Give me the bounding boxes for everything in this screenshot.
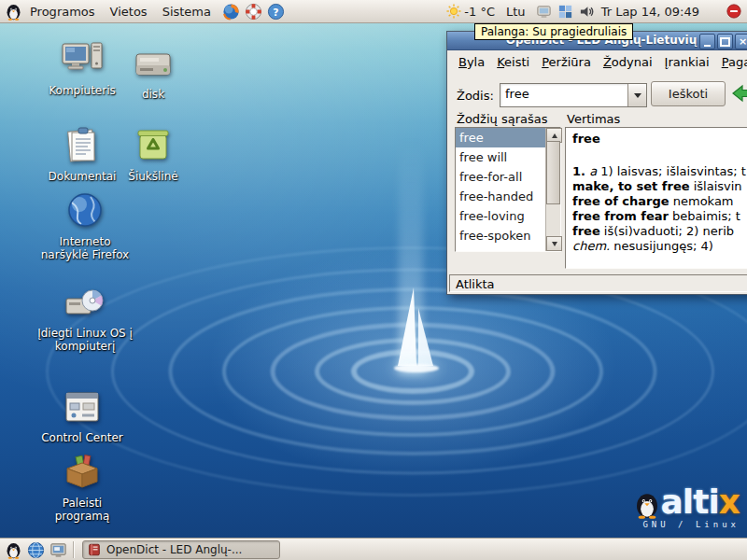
desktop-icon-label: Dokumentai [49,170,117,183]
clock[interactable]: Tr Lap 14, 09:49 [599,5,702,19]
desktop-icon-firefox[interactable]: Interneto naršyklė Firefox [37,189,133,262]
desktop-icon-label: Control Center [41,431,123,444]
chevron-down-icon [634,93,641,98]
brand-tagline: GNU / Linux [633,521,740,529]
back-arrow-icon[interactable] [730,83,747,104]
keyboard-layout-indicator[interactable]: Ltu [503,5,529,19]
translation-line: 1. a 1) laisvas; išlaisvintas; t [572,164,747,179]
brand-name: altix [661,485,740,519]
volume-icon[interactable] [579,4,595,20]
window-selector-icon[interactable] [557,4,573,20]
desktop-icon-label: Paleisti programą [37,497,127,524]
desktop-icon-trash[interactable]: Šiukšlinė [114,123,192,183]
panel-separator [73,541,75,558]
display-applet-icon[interactable] [536,4,552,20]
search-label: Žodis: [457,89,494,103]
panel-menu-vietos[interactable]: Vietos [103,2,155,21]
penguin-logo-icon [633,491,661,519]
word-list-item[interactable]: free-loving [456,206,546,226]
documents-icon [60,123,105,168]
status-bar: Atlikta [449,274,747,292]
weather-icon[interactable] [446,4,461,19]
panel-menu-programos[interactable]: Programos [22,2,103,21]
desktop-icon-disk[interactable]: disk [116,41,190,101]
notification-icon[interactable] [726,4,741,19]
bottom-panel: OpenDict - LED Anglų-... [0,538,747,560]
word-list-item[interactable]: free will [456,147,546,167]
search-combobox[interactable]: free [500,83,647,107]
minimize-button[interactable] [699,34,715,49]
desktop-icon-run[interactable]: Paleisti programą [37,450,127,524]
baltix-menu-icon[interactable] [5,3,22,21]
task-button-label: OpenDict - LED Anglų-... [106,543,242,556]
installer-icon [63,280,107,325]
help-icon[interactable]: ? [267,3,285,21]
word-list-scrollbar[interactable] [545,128,560,251]
word-list-item[interactable]: free-for-all [456,167,546,187]
translation-line: free iš(si)vaduoti; 2) nerib [572,224,747,239]
search-button[interactable]: Ieškoti [651,81,726,106]
word-list-item[interactable]: free-spoken [456,226,546,245]
close-button[interactable]: × [735,34,747,49]
translation-line: free from fear bebaimis; t [572,209,747,224]
headword: free [572,132,747,146]
word-list-item[interactable]: free [456,128,546,147]
scrollbar-thumb[interactable] [546,141,560,204]
trash-icon [131,123,176,168]
word-list-header: Žodžių sąrašas [457,112,547,126]
browser-icon[interactable] [27,541,45,559]
run-icon [60,450,105,495]
menu-item-peržiūra[interactable]: Peržiūra [537,53,596,71]
menu-item-pagalba[interactable]: Pagalba [717,53,747,71]
combo-dropdown-button[interactable] [627,84,646,106]
status-text: Atlikta [456,277,495,291]
menu-item-byla[interactable]: Byla [454,53,489,71]
panel-menu-sistema[interactable]: Sistema [155,2,218,21]
baltix-icon[interactable] [5,541,22,559]
translation-line: chem. nesusijungęs; 4) [572,239,747,254]
file-manager-icon[interactable] [49,541,67,559]
control-center-icon [60,385,105,429]
search-value: free [505,87,529,101]
firefox-icon[interactable] [222,3,240,21]
top-panel: ProgramosVietosSistema ? -1 °C Ltu Tr La… [0,0,747,23]
weather-temperature[interactable]: -1 °C [461,5,498,19]
desktop-icon-label: Įdiegti Linux OS į kompiuterį [34,327,136,354]
computer-icon [60,37,105,82]
menu-bar: BylaKeistiPeržiūraŽodynaiĮrankiaiPagalba [447,49,747,74]
desktop-icon-computer[interactable]: Kompiuteris [43,37,121,97]
firefox-icon [63,189,107,233]
opendict-task-icon [87,542,102,557]
menu-item-keisti[interactable]: Keisti [492,53,534,71]
disk-icon [131,41,176,86]
menu-item-žodynai[interactable]: Žodynai [599,53,657,71]
word-list[interactable]: freefree willfree-for-allfree-handedfree… [455,127,561,252]
menu-item-įrankiai[interactable]: Įrankiai [660,53,714,71]
package-icon[interactable] [245,3,262,21]
screen: altix GNU / Linux KompiuterisdiskDokumen… [0,0,747,560]
svg-text:?: ? [273,6,278,18]
desktop-icon-installer[interactable]: Įdiegti Linux OS į kompiuterį [34,280,136,354]
scroll-down-button[interactable] [546,236,562,251]
translation-pane[interactable]: free 1. a 1) laisvas; išlaisvintas; tmak… [565,127,747,269]
baltix-branding: altix GNU / Linux [633,485,740,529]
translation-line: make, to set free išlaisvin [572,179,747,194]
weather-tooltip: Palanga: Su pragiedruliais [474,23,633,40]
translation-header: Vertimas [567,112,620,126]
taskbar-opendict-button[interactable]: OpenDict - LED Anglų-... [82,540,280,559]
maximize-button[interactable] [717,34,733,49]
desktop-icon-label: disk [142,88,164,101]
desktop-icon-documents[interactable]: Dokumentai [43,123,121,183]
word-list-item[interactable]: free-handed [456,187,546,206]
desktop-icon-label: Šiukšlinė [128,170,177,183]
desktop-icon-control-center[interactable]: Control Center [37,385,127,444]
desktop-icon-label: Interneto naršyklė Firefox [37,235,133,262]
opendict-window: OpenDict - LED Anglų-Lietuvių × BylaKeis… [446,31,747,295]
translation-line: free of charge nemokam [572,194,747,209]
desktop-icon-label: Kompiuteris [49,84,115,97]
